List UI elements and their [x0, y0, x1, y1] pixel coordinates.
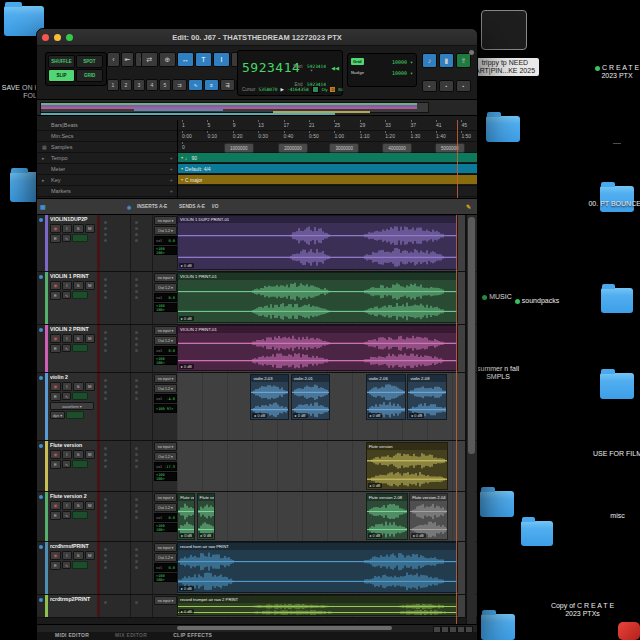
hscroll-thumb[interactable]: [177, 626, 392, 630]
clip-gain-badge[interactable]: ▸ 0 dB: [179, 586, 194, 591]
grid-button[interactable]: Grid: [351, 58, 364, 65]
track-options-icon[interactable]: ◉: [127, 204, 131, 210]
hscroll-zoom-button[interactable]: [457, 626, 465, 633]
sample-box[interactable]: 5000000: [435, 143, 465, 153]
automation-read-chip[interactable]: [72, 344, 88, 352]
elastic-audio-button[interactable]: E: [50, 291, 61, 300]
main-counter-value[interactable]: 5923414: [242, 60, 300, 75]
output-meter-button-2[interactable]: ▪: [439, 80, 454, 92]
sends-column[interactable]: [130, 595, 152, 617]
elastic-audio-button[interactable]: E: [50, 234, 61, 243]
track-lane[interactable]: VIOLIN 1 DUP2 PRINT-01▸ 0 dB: [177, 215, 465, 271]
waveform-view-chip[interactable]: ∿: [62, 344, 71, 352]
sample-box[interactable]: 1000000: [224, 143, 254, 153]
waveform-view-chip[interactable]: ∿: [62, 511, 71, 519]
edit-toggle-2[interactable]: ≡: [204, 79, 219, 91]
inserts-column[interactable]: [97, 373, 130, 440]
volume-display[interactable]: vol0.0: [154, 293, 177, 302]
track-select-dot[interactable]: [39, 376, 43, 380]
solo-button[interactable]: S: [73, 551, 84, 560]
track-name[interactable]: rcrdtrmp2PRINT: [50, 596, 95, 603]
mode-shuffle-button[interactable]: SHUFFLE: [48, 55, 75, 68]
track-select-dot[interactable]: [39, 328, 43, 332]
inserts-column[interactable]: [97, 492, 130, 541]
dyn-view-selector[interactable]: dyn ▾: [50, 411, 65, 419]
track-lane[interactable]: Flute version▸ 0 dB: [177, 441, 465, 491]
folder-dots-icon[interactable]: [601, 288, 633, 313]
record-enable-button[interactable]: ◉: [50, 551, 61, 560]
audio-clip[interactable]: Flute version▸ 0 dB: [366, 442, 448, 490]
universe-strip[interactable]: [37, 100, 477, 116]
track-name[interactable]: Flute version: [50, 442, 95, 449]
track-select-dot[interactable]: [39, 275, 43, 279]
track-name[interactable]: rcrdhrnsfPRINT: [50, 543, 95, 550]
volume-display[interactable]: vol0.0: [154, 563, 177, 572]
folder-summer-icon[interactable]: [481, 614, 515, 640]
sends-column[interactable]: [130, 272, 152, 324]
edit-toggle-3[interactable]: ⇶: [220, 79, 235, 91]
automation-read-chip[interactable]: [72, 291, 88, 299]
tool-button-1[interactable]: ⊕: [159, 52, 176, 67]
clip-gain-badge[interactable]: ▸ 0 dB: [368, 533, 383, 538]
mute-button[interactable]: M: [85, 501, 96, 510]
mode-slip-button[interactable]: SLIP: [48, 69, 75, 82]
volume-display[interactable]: vol0.0: [154, 346, 177, 355]
add-event-icon[interactable]: +: [169, 177, 173, 183]
record-enable-button[interactable]: ◉: [50, 382, 61, 391]
volume-display[interactable]: vol0.0: [154, 513, 177, 522]
timeline-insertion-icon[interactable]: [312, 86, 319, 93]
output-selector[interactable]: Out 1-2 ▾: [154, 226, 177, 235]
mute-button[interactable]: M: [85, 281, 96, 290]
input-selector[interactable]: no input ▾: [154, 596, 177, 605]
waveform-view-chip[interactable]: ∿: [62, 291, 71, 299]
start-value[interactable]: 5923414: [307, 64, 326, 69]
audio-clip[interactable]: record trumpet air raw 2 PRINT▸ 0 dB: [177, 595, 458, 616]
clip-gain-badge[interactable]: ▸ 0 dB: [409, 413, 424, 418]
zoom-preset-2[interactable]: 2: [120, 79, 132, 91]
track-lane[interactable]: VIOLIN 2 PRINT-01▸ 0 dB: [177, 325, 465, 372]
track-select-dot[interactable]: [39, 495, 43, 499]
elastic-audio-button[interactable]: E: [50, 392, 61, 401]
waveform-view-selector[interactable]: waveform ▾: [50, 402, 94, 410]
key-bar[interactable]: ▾C major: [178, 175, 477, 184]
track-name[interactable]: VIOLIN 2 PRINT: [50, 326, 95, 333]
track-name[interactable]: Flute version 2: [50, 493, 95, 500]
pan-display[interactable]: <100 100>: [154, 246, 177, 255]
sample-box[interactable]: 4000000: [382, 143, 412, 153]
elastic-audio-button[interactable]: E: [50, 561, 61, 570]
input-monitor-button[interactable]: I: [62, 450, 73, 459]
waveform-view-chip[interactable]: ∿: [62, 234, 71, 242]
pre-post-roll-icon[interactable]: ◀◀: [331, 65, 339, 71]
input-monitor-button[interactable]: I: [62, 334, 73, 343]
solo-button[interactable]: S: [73, 382, 84, 391]
track-lane[interactable]: record horn air raw PRINT▸ 0 dB: [177, 542, 465, 594]
meter-bar[interactable]: ▾Default: 4/4: [178, 164, 477, 173]
hscroll-zoom-button[interactable]: [441, 626, 449, 633]
clip-gain-badge[interactable]: ▸ 0 dB: [199, 533, 214, 538]
ruler-label-key[interactable]: ▸Key+: [37, 175, 177, 186]
input-selector[interactable]: no input ▾: [154, 374, 177, 383]
audio-clip[interactable]: VIOLIN 1 DUP2 PRINT-01▸ 0 dB: [177, 215, 458, 270]
speaker-button[interactable]: ▮: [439, 53, 454, 68]
mode-spot-button[interactable]: SPOT: [76, 55, 103, 68]
ruler-label-samples[interactable]: ▦Samples: [37, 142, 177, 153]
tool-button-2[interactable]: ↔: [177, 52, 194, 67]
clip-gain-badge[interactable]: ▸ 0 dB: [179, 364, 194, 369]
d-badge[interactable]: D: [330, 87, 335, 92]
elastic-audio-button[interactable]: E: [50, 460, 61, 469]
folder-trippy-icon[interactable]: [486, 116, 520, 142]
tab-clip-effects[interactable]: CLIP EFFECTS: [173, 632, 212, 638]
solo-button[interactable]: S: [73, 334, 84, 343]
solo-button[interactable]: S: [73, 501, 84, 510]
toolbar-collapse-dot[interactable]: [469, 50, 474, 55]
main-counter-panel[interactable]: 5923414 ▾ Start 5923414 End 5923414 Leng…: [237, 50, 343, 96]
tool-button-4[interactable]: I: [213, 52, 230, 67]
clip-gain-badge[interactable]: ▸ 0 dB: [368, 483, 383, 488]
ruler-label-meter[interactable]: Meter+: [37, 164, 177, 175]
meter-bar-row[interactable]: ▾Default: 4/4: [178, 164, 477, 175]
pan-display[interactable]: <100 100>: [154, 472, 177, 481]
minsec-ruler[interactable]: 0:000:100:200:300:400:501:001:101:201:30…: [178, 131, 477, 142]
input-selector[interactable]: no input ▾: [154, 326, 177, 335]
tempo-bar[interactable]: ▾♩ 90: [178, 153, 477, 162]
zoom-preset-5[interactable]: 5: [159, 79, 171, 91]
